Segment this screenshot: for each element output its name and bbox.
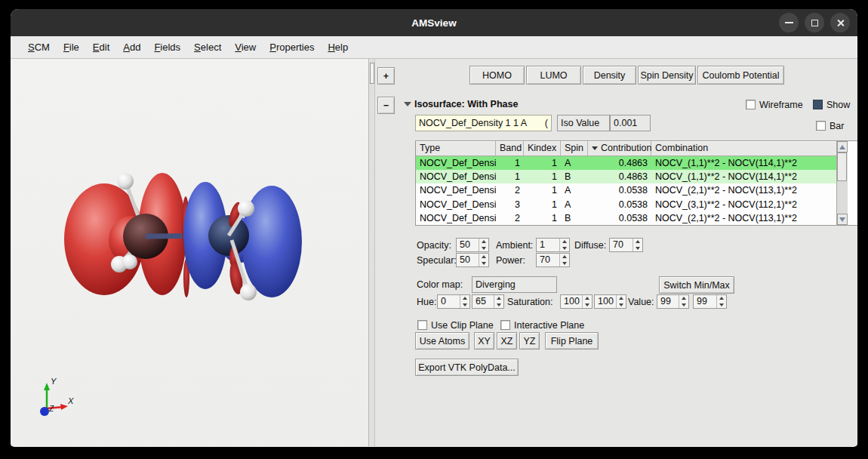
spin-up-icon [619, 297, 623, 300]
spin-up-icon [562, 255, 567, 258]
axis-z-label: Z [48, 405, 54, 413]
power-spinner[interactable]: 70 [536, 253, 570, 267]
minimize-button[interactable] [779, 13, 799, 32]
table-row[interactable]: NOCV_Def_Density 2 1 A 0.0538 NOCV_(2,1)… [416, 183, 836, 197]
bar-checkbox[interactable] [816, 121, 826, 131]
power-label: Power: [496, 253, 525, 267]
titlebar[interactable]: AMSview [11, 9, 857, 36]
collapse-arrow-icon[interactable] [404, 102, 411, 106]
scroll-up-icon [839, 145, 845, 149]
menu-add[interactable]: Add [118, 39, 146, 55]
diffuse-spinner[interactable]: 70 [609, 238, 643, 252]
use-clip-plane-checkbox[interactable] [417, 320, 427, 330]
amsview-window: AMSview SCM File Edit Add Fields Select … [11, 9, 857, 447]
flip-plane-button[interactable]: Flip Plane [545, 332, 599, 350]
field-name-input[interactable]: NOCV_Def_Density 1 1 A ( [415, 115, 552, 131]
homo-button[interactable]: HOMO [469, 66, 525, 85]
scroll-down-button[interactable] [837, 214, 848, 225]
column-kindex[interactable]: Kindex [524, 141, 561, 156]
fields-table: Type Band Kindex Spin Contribution Combi… [415, 140, 857, 226]
menu-fields[interactable]: Fields [149, 39, 186, 55]
table-scrollbar[interactable] [836, 141, 848, 225]
add-field-button[interactable]: + [377, 67, 395, 85]
maximize-button[interactable] [805, 13, 824, 32]
column-spin[interactable]: Spin [561, 141, 588, 156]
wireframe-checkbox[interactable] [746, 100, 756, 109]
value-label: Value: [628, 294, 654, 309]
table-scrollbar-track[interactable] [837, 152, 848, 214]
specular-spinner[interactable]: 50 [456, 253, 489, 267]
menu-help[interactable]: Help [322, 39, 353, 55]
spin-density-button[interactable]: Spin Density [638, 66, 696, 85]
menu-select[interactable]: Select [189, 39, 226, 55]
xz-button[interactable]: XZ [497, 332, 517, 350]
remove-field-button[interactable]: − [377, 97, 395, 114]
bar-label: Bar [830, 119, 844, 133]
spin-down-icon [562, 247, 567, 250]
saturation-label: Saturation: [507, 294, 553, 309]
value-min-spinner[interactable]: 99 [657, 294, 689, 309]
use-atoms-button[interactable]: Use Atoms [415, 332, 469, 350]
opacity-spinner[interactable]: 50 [456, 238, 489, 252]
spin-up-icon [497, 297, 501, 300]
panel-scrollbar[interactable] [368, 59, 375, 446]
colormap-label: Color map: [417, 277, 463, 291]
yz-button[interactable]: YZ [519, 332, 540, 350]
value-max-spinner[interactable]: 99 [693, 294, 727, 309]
coulomb-potential-button[interactable]: Coulomb Potential [697, 66, 784, 85]
spin-down-icon [482, 262, 486, 265]
ambient-spinner[interactable]: 1 [536, 238, 570, 252]
table-row[interactable]: NOCV_Def_Density 3 1 A 0.0538 NOCV_(3,1)… [416, 198, 836, 211]
column-type[interactable]: Type [416, 141, 496, 156]
lumo-button[interactable]: LUMO [526, 66, 581, 85]
spin-up-icon [482, 255, 486, 258]
maximize-icon [811, 20, 818, 26]
interactive-plane-checkbox[interactable] [500, 320, 510, 330]
spin-down-icon [562, 262, 567, 265]
table-row[interactable]: NOCV_Def_Density 1 1 A 0.4863 NOCV_(1,1)… [416, 156, 836, 170]
column-combination[interactable]: Combination [651, 141, 836, 156]
hue-max-spinner[interactable]: 65 [472, 294, 504, 309]
menu-file[interactable]: File [58, 39, 85, 55]
isosurface-title: Isosurface: With Phase [414, 99, 518, 109]
menu-view[interactable]: View [229, 39, 261, 55]
menu-properties[interactable]: Properties [264, 39, 319, 55]
specular-label: Specular: [417, 253, 457, 267]
show-checkbox[interactable] [813, 100, 823, 109]
column-band[interactable]: Band [496, 141, 524, 156]
wireframe-label: Wireframe [759, 97, 803, 112]
spin-down-icon [463, 303, 467, 307]
field-name-truncated: ( [545, 118, 548, 128]
table-row[interactable]: NOCV_Def_Density 1 1 B 0.4863 NOCV_(1,1)… [416, 170, 836, 183]
use-clip-plane-label: Use Clip Plane [431, 318, 494, 332]
export-vtk-button[interactable]: Export VTK PolyData... [415, 359, 519, 376]
table-row[interactable]: NOCV_Def_Density 2 1 B 0.0538 NOCV_(2,1)… [416, 211, 836, 225]
xy-button[interactable]: XY [474, 332, 494, 350]
saturation-min-spinner[interactable]: 100 [560, 294, 593, 309]
menu-scm[interactable]: SCM [23, 39, 55, 55]
iso-value-input[interactable]: 0.001 [610, 115, 651, 131]
colormap-select[interactable]: Diverging [472, 276, 557, 293]
saturation-max-spinner[interactable]: 100 [594, 294, 626, 309]
iso-value-label: Iso Value [557, 115, 610, 131]
close-icon [836, 19, 845, 27]
spin-down-icon [585, 303, 589, 307]
spin-down-icon [719, 303, 724, 307]
column-contribution[interactable]: Contribution [588, 141, 651, 156]
menu-edit[interactable]: Edit [88, 39, 115, 55]
viewport-3d[interactable]: Y X Z [11, 59, 368, 446]
panel-scrollbar-thumb[interactable] [370, 63, 374, 84]
sort-descending-icon [592, 146, 598, 150]
hue-min-spinner[interactable]: 0 [437, 294, 470, 309]
density-button[interactable]: Density [583, 66, 636, 85]
close-button[interactable] [830, 13, 850, 32]
menubar: SCM File Edit Add Fields Select View Pro… [11, 36, 857, 59]
spin-up-icon [482, 240, 486, 243]
table-scrollbar-thumb[interactable] [837, 152, 847, 181]
switch-minmax-button[interactable]: Switch Min/Max [659, 276, 734, 294]
scroll-up-button[interactable] [837, 141, 848, 152]
spin-up-icon [463, 297, 467, 300]
diffuse-label: Diffuse: [574, 238, 606, 252]
spin-up-icon [719, 297, 724, 300]
table-header: Type Band Kindex Spin Contribution Combi… [416, 141, 836, 156]
